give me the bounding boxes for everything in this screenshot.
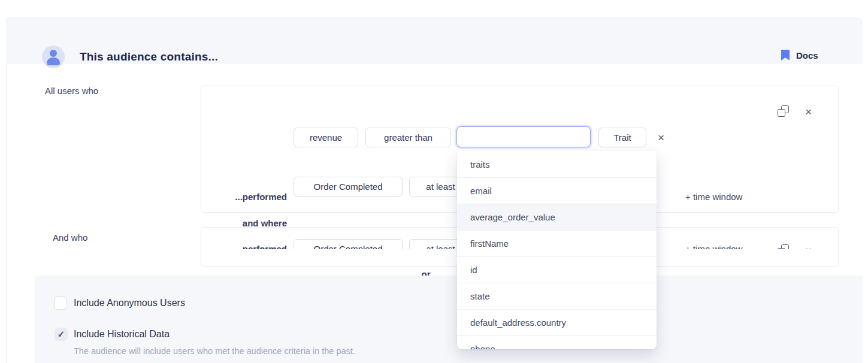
docs-link[interactable]: Docs	[781, 50, 818, 60]
panel-left-border	[6, 17, 7, 363]
property-select-button[interactable]: revenue	[294, 128, 358, 147]
check-icon: ✓	[58, 329, 65, 340]
duplicate-condition-icon-2[interactable]	[778, 244, 789, 249]
event-row-prefix-2: ...performed	[208, 244, 287, 249]
dropdown-item-average-order-value[interactable]: average_order_value	[457, 204, 657, 230]
value-type-button[interactable]: Trait	[598, 128, 646, 147]
page-title: This audience contains...	[80, 50, 218, 63]
remove-condition-icon-2[interactable]: ×	[805, 245, 812, 249]
comparator-select-button[interactable]: greater than	[365, 128, 451, 147]
event-row-prefix: ...performed	[208, 192, 287, 202]
historical-data-checkbox[interactable]: ✓	[55, 328, 68, 341]
add-time-window-button[interactable]: + time window	[685, 192, 742, 202]
dropdown-item-traits[interactable]: traits	[457, 151, 657, 177]
audience-settings-panel: Include Anonymous Users ✓ Include Histor…	[35, 276, 863, 363]
bookmark-icon	[781, 50, 790, 60]
audience-builder-page: This audience contains... Docs All users…	[0, 0, 868, 363]
group2-label: And who	[53, 232, 87, 243]
historical-data-label: Include Historical Data	[74, 329, 170, 340]
dropdown-item-id[interactable]: id	[457, 256, 657, 283]
dropdown-item-email[interactable]: email	[457, 177, 657, 204]
dropdown-item-state[interactable]: state	[457, 283, 657, 309]
dropdown-item-default-address-country[interactable]: default_address.country	[457, 309, 657, 335]
event-select-button[interactable]: Order Completed	[294, 177, 403, 196]
audience-header: This audience contains... Docs	[6, 17, 863, 64]
duplicate-condition-icon[interactable]	[778, 105, 789, 117]
event-select-button-2[interactable]: Order Completed	[294, 239, 403, 249]
add-time-window-button-2[interactable]: + time window	[685, 244, 742, 249]
remove-condition-icon[interactable]: ×	[805, 106, 812, 117]
dropdown-item-firstname[interactable]: firstName	[457, 230, 657, 256]
remove-where-icon[interactable]: ×	[658, 132, 664, 143]
trait-value-input[interactable]	[456, 126, 591, 147]
anonymous-users-checkbox[interactable]	[54, 297, 67, 310]
dropdown-item-phone[interactable]: phone	[457, 335, 657, 349]
docs-label: Docs	[796, 50, 818, 60]
anonymous-users-label: Include Anonymous Users	[74, 298, 185, 308]
user-avatar-icon	[42, 46, 65, 68]
historical-data-description: The audience will include users who met …	[74, 346, 355, 356]
group1-label: All users who	[45, 86, 98, 96]
trait-dropdown: traits email average_order_value firstNa…	[457, 151, 657, 349]
